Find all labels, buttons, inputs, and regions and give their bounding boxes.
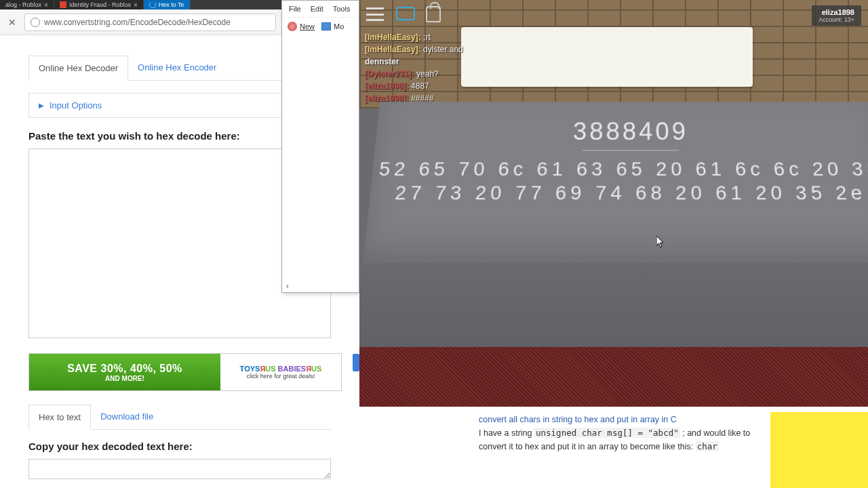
- hex-code-line: 52 65 70 6c 61 63 65 20 61 6c 6c 20 38: [378, 157, 868, 181]
- ad-text: SAVE 30%, 40%, 50% AND MORE!: [29, 363, 220, 382]
- code-snippet: char: [696, 441, 719, 451]
- puzzle-number: 3888409: [572, 117, 688, 146]
- loading-icon: [149, 1, 156, 8]
- chat-line: [ImHellaEasy]: dylster and: [365, 43, 534, 56]
- game-topbar: [359, 0, 868, 28]
- grey-wall: [359, 258, 868, 352]
- chat-icon[interactable]: [396, 7, 414, 22]
- code-snippet: unsigned char msg[] = "abcd": [534, 428, 680, 438]
- input-options-label: Input Options: [50, 100, 102, 110]
- new-icon: [288, 22, 297, 31]
- roblox-icon: [60, 1, 66, 8]
- player-badge[interactable]: eliza1898 Account: 13+: [812, 5, 861, 26]
- tab-label: Hex to Te: [159, 1, 184, 8]
- tab-label: Identity Fraud - Roblox: [69, 1, 131, 8]
- tab-hex-to-text[interactable]: Hex to text: [28, 405, 91, 430]
- inventory-icon[interactable]: [426, 6, 441, 22]
- mouse-cursor-icon: [656, 236, 665, 248]
- blue-button[interactable]: [353, 354, 359, 371]
- copy-label: Copy your hex decoded text here:: [28, 441, 331, 452]
- close-icon[interactable]: ×: [134, 1, 138, 9]
- ad-sublabel: click here for great deals!: [247, 373, 315, 380]
- triangle-right-icon: ▶: [39, 102, 44, 109]
- decoded-output-textarea[interactable]: [28, 459, 331, 479]
- roblox-game-viewport[interactable]: eliza1898 Account: 13+ [ImHellaEasy]: ;r…: [359, 0, 868, 407]
- search-result-snippet: convert all chars in string to hex and p…: [475, 409, 766, 458]
- chat-log: [ImHellaEasy]: ;rt [ImHellaEasy]: dylste…: [365, 31, 534, 104]
- browser-tab[interactable]: alog - Roblox ×: [0, 0, 54, 9]
- yellow-panel: [770, 412, 868, 488]
- new-button[interactable]: New: [288, 22, 315, 31]
- snippet-text: I have a string: [479, 428, 534, 438]
- address-bar: ✕ www.convertstring.com/EncodeDecode/Hex…: [0, 9, 281, 35]
- menu-edit[interactable]: Edit: [311, 5, 323, 13]
- ad-banner[interactable]: SAVE 30%, 40%, 50% AND MORE! TOYSЯUS BAB…: [28, 353, 342, 391]
- chat-line: [Dylster231]: yeah?: [365, 68, 534, 80]
- close-icon[interactable]: ×: [44, 1, 48, 9]
- tab-label: alog - Roblox: [5, 1, 41, 8]
- toolbar: New Mo: [282, 17, 359, 35]
- window-icon: [321, 22, 331, 30]
- secondary-window[interactable]: File Edit Tools New Mo ‹: [281, 0, 359, 293]
- puzzle-display: 3888409 52 65 70 6c 61 63 65 20 61 6c 6c…: [363, 102, 868, 263]
- result-tabs: Hex to text Download file: [28, 405, 331, 430]
- globe-icon: [31, 18, 40, 27]
- hex-code-line: 27 73 20 77 69 74 68 20 61 20 35 2e: [394, 181, 867, 205]
- ad-logo-box: TOYSЯUS BABIESЯUS click here for great d…: [220, 354, 341, 390]
- carpet-floor: [359, 347, 868, 407]
- url-text: www.convertstring.com/EncodeDecode/HexDe…: [44, 18, 231, 27]
- stop-icon[interactable]: ✕: [5, 16, 19, 29]
- mo-button[interactable]: Mo: [321, 22, 344, 30]
- toysrus-logo: TOYSЯUS BABIESЯUS: [240, 365, 322, 373]
- chat-line: [eliza1898]: 4887: [365, 80, 534, 92]
- chat-line: dennster: [365, 56, 534, 68]
- browser-tab[interactable]: Hex to Te: [144, 0, 191, 9]
- menu-tools[interactable]: Tools: [333, 5, 351, 13]
- account-age: Account: 13+: [818, 16, 854, 23]
- menu-bar: File Edit Tools: [282, 1, 359, 17]
- url-input[interactable]: www.convertstring.com/EncodeDecode/HexDe…: [24, 14, 276, 31]
- tab-encoder[interactable]: Online Hex Encoder: [128, 56, 226, 80]
- menu-file[interactable]: File: [289, 5, 301, 13]
- tab-download-file[interactable]: Download file: [91, 405, 163, 429]
- chat-line: [ImHellaEasy]: ;rt: [365, 31, 534, 43]
- snippet-link[interactable]: convert all chars in string to hex and p…: [479, 415, 677, 424]
- expand-left-icon[interactable]: ‹: [286, 281, 289, 291]
- browser-tab[interactable]: Identity Fraud - Roblox ×: [54, 0, 144, 9]
- player-name: eliza1898: [818, 8, 854, 16]
- hamburger-icon[interactable]: [366, 7, 384, 21]
- tab-decoder[interactable]: Online Hex Decoder: [28, 56, 128, 81]
- divider: [583, 150, 679, 150]
